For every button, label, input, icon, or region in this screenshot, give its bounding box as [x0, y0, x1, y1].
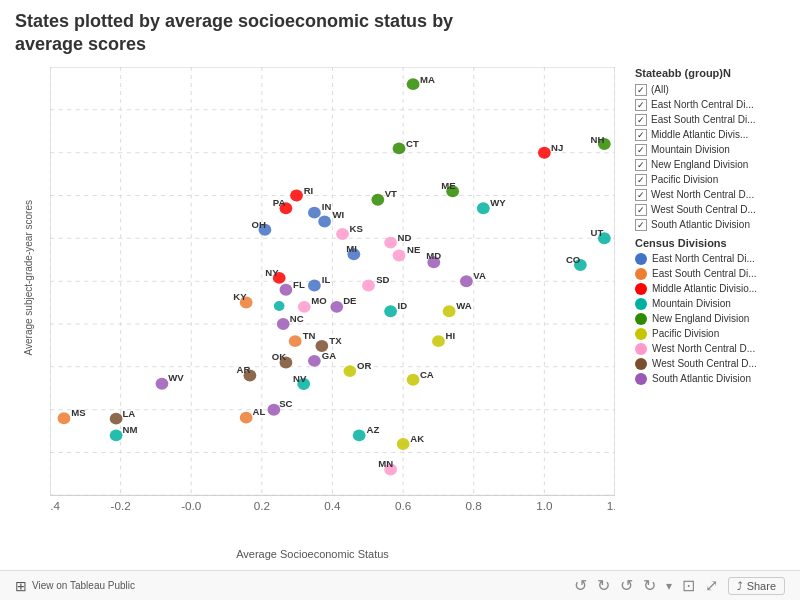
svg-text:GA: GA: [322, 351, 337, 361]
filter-ma[interactable]: Middle Atlantic Divis...: [635, 129, 790, 141]
filter-esc-checkbox[interactable]: [635, 114, 647, 126]
filter-sa-checkbox[interactable]: [635, 219, 647, 231]
svg-text:AR: AR: [237, 365, 251, 375]
svg-text:CA: CA: [420, 370, 434, 380]
filter-all[interactable]: (All): [635, 84, 790, 96]
expand-button[interactable]: ⤢: [705, 576, 718, 595]
filter-pac-label: Pacific Division: [651, 174, 718, 185]
svg-text:ID: ID: [398, 301, 408, 311]
census-pac: Pacific Division: [635, 328, 790, 340]
filter-pac[interactable]: Pacific Division: [635, 174, 790, 186]
filter-mtn-checkbox[interactable]: [635, 144, 647, 156]
census-legend-list: East North Central Di... East South Cent…: [635, 253, 790, 385]
filter-mtn[interactable]: Mountain Division: [635, 144, 790, 156]
svg-text:NJ: NJ: [551, 143, 563, 153]
svg-point-100: [315, 340, 328, 352]
svg-point-75: [280, 284, 293, 296]
filter-enc-checkbox[interactable]: [635, 99, 647, 111]
census-esc-label: East South Central Di...: [652, 268, 757, 279]
svg-text:CO: CO: [566, 255, 580, 265]
filter-wnc-checkbox[interactable]: [635, 189, 647, 201]
svg-point-102: [432, 335, 445, 347]
filter-sa[interactable]: South Atlantic Division: [635, 219, 790, 231]
census-ma-dot: [635, 283, 647, 295]
census-ne: New England Division: [635, 313, 790, 325]
undo-button[interactable]: ↺: [574, 576, 587, 595]
filter-wsc-checkbox[interactable]: [635, 204, 647, 216]
svg-point-71: [318, 215, 331, 227]
census-mtn-dot: [635, 298, 647, 310]
svg-text:-0.2: -0.2: [111, 500, 131, 512]
svg-point-81: [460, 275, 473, 287]
svg-text:VT: VT: [385, 190, 398, 200]
filter-all-checkbox[interactable]: [635, 84, 647, 96]
svg-point-91: [330, 301, 343, 313]
svg-text:WA: WA: [456, 301, 472, 311]
census-enc: East North Central Di...: [635, 253, 790, 265]
filter-wnc-label: West North Central D...: [651, 189, 754, 200]
svg-point-39: [407, 78, 420, 90]
monitor-button[interactable]: ⊡: [682, 576, 695, 595]
census-wsc: West South Central D...: [635, 358, 790, 370]
census-sa: South Atlantic Division: [635, 373, 790, 385]
census-wnc: West North Central D...: [635, 343, 790, 355]
svg-text:NM: NM: [122, 425, 137, 435]
svg-point-77: [308, 279, 321, 291]
svg-text:HI: HI: [446, 331, 456, 341]
census-esc-dot: [635, 268, 647, 280]
svg-text:NV: NV: [293, 374, 307, 384]
svg-text:OK: OK: [272, 352, 287, 362]
svg-text:0.8: 0.8: [466, 500, 482, 512]
filter-ma-checkbox[interactable]: [635, 129, 647, 141]
svg-text:-0.0: -0.0: [181, 500, 201, 512]
svg-text:MS: MS: [71, 408, 85, 418]
svg-text:SD: SD: [376, 275, 390, 285]
legend-filter-list: (All) East North Central Di... East Sout…: [635, 84, 790, 231]
app-container: States plotted by average socioeconomic …: [0, 0, 800, 600]
svg-point-73: [393, 249, 406, 261]
filter-enc[interactable]: East North Central Di...: [635, 99, 790, 111]
redo-button[interactable]: ↻: [597, 576, 610, 595]
filter-wnc[interactable]: West North Central D...: [635, 189, 790, 201]
census-mtn-label: Mountain Division: [652, 298, 731, 309]
svg-text:RI: RI: [304, 186, 314, 196]
dropdown-button[interactable]: ▾: [666, 579, 672, 593]
tableau-label[interactable]: View on Tableau Public: [32, 580, 135, 591]
svg-point-59: [336, 228, 349, 240]
svg-point-95: [274, 301, 285, 311]
title-area: States plotted by average socioeconomic …: [0, 0, 800, 62]
filter-pac-checkbox[interactable]: [635, 174, 647, 186]
svg-text:TX: TX: [329, 336, 342, 346]
svg-text:DE: DE: [343, 296, 356, 306]
undo2-button[interactable]: ↺: [620, 576, 633, 595]
svg-text:NC: NC: [290, 314, 304, 324]
share-label: Share: [747, 580, 776, 592]
census-sa-dot: [635, 373, 647, 385]
tableau-icon: ⊞: [15, 578, 27, 594]
redo2-button[interactable]: ↻: [643, 576, 656, 595]
svg-text:NY: NY: [265, 268, 279, 278]
svg-point-61: [384, 236, 397, 248]
filter-wsc[interactable]: West South Central D...: [635, 204, 790, 216]
chart-title: States plotted by average socioeconomic …: [15, 10, 515, 57]
chart-svg: .grid-line { stroke: #ddd; stroke-width:…: [50, 67, 615, 525]
filter-ne[interactable]: New England Division: [635, 159, 790, 171]
svg-text:MD: MD: [426, 251, 441, 261]
svg-text:AZ: AZ: [367, 425, 380, 435]
svg-point-106: [308, 355, 321, 367]
census-ma: Middle Atlantic Divisio...: [635, 283, 790, 295]
svg-point-132: [397, 438, 410, 450]
census-wsc-label: West South Central D...: [652, 358, 757, 369]
svg-text:PA: PA: [273, 199, 286, 209]
svg-point-55: [477, 202, 490, 214]
share-button[interactable]: ⤴ Share: [728, 577, 785, 595]
svg-text:KS: KS: [350, 224, 363, 234]
filter-ne-checkbox[interactable]: [635, 159, 647, 171]
svg-text:0.6: 0.6: [395, 500, 411, 512]
svg-text:VA: VA: [473, 271, 486, 281]
filter-ne-label: New England Division: [651, 159, 748, 170]
svg-point-128: [110, 429, 123, 441]
filter-esc[interactable]: East South Central Di...: [635, 114, 790, 126]
svg-point-114: [407, 373, 420, 385]
footer: ⊞ View on Tableau Public ↺ ↻ ↺ ↻ ▾ ⊡ ⤢ ⤴…: [0, 570, 800, 600]
